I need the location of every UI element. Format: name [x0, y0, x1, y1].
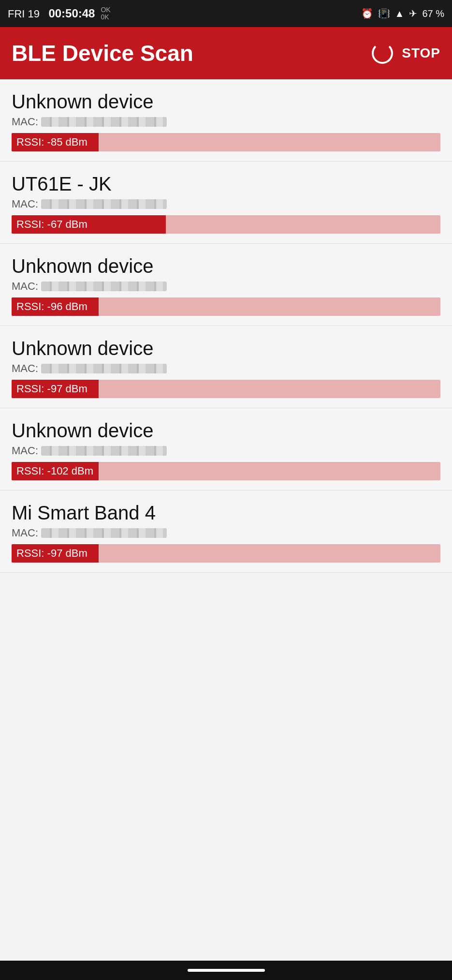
airplane-icon: ✈: [409, 8, 417, 19]
app-bar: BLE Device Scan STOP: [0, 27, 452, 79]
rssi-label-1: RSSI: -85 dBm: [16, 136, 87, 148]
vibrate-icon: 📳: [378, 8, 390, 19]
mac-value-1: [41, 117, 167, 127]
mac-value-3: [41, 282, 167, 291]
status-time: 00:50:48: [48, 7, 95, 20]
rssi-bar-fill-3: RSSI: -96 dBm: [12, 297, 99, 316]
rssi-bar-container-3: RSSI: -96 dBm: [12, 297, 440, 316]
device-name-6: Mi Smart Band 4: [12, 502, 440, 524]
device-item-4[interactable]: Unknown device MAC: RSSI: -97 dBm: [0, 326, 452, 408]
mac-label-3: MAC:: [12, 280, 38, 293]
rssi-bar-fill-2: RSSI: -67 dBm: [12, 215, 166, 234]
bottom-bar: [0, 961, 452, 980]
rssi-bar-container-4: RSSI: -97 dBm: [12, 380, 440, 398]
device-name-3: Unknown device: [12, 255, 440, 277]
rssi-label-5: RSSI: -102 dBm: [16, 465, 93, 477]
device-mac-4: MAC:: [12, 362, 440, 375]
rssi-label-2: RSSI: -67 dBm: [16, 218, 87, 231]
home-indicator: [188, 969, 265, 972]
rssi-bar-container-2: RSSI: -67 dBm: [12, 215, 440, 234]
rssi-bar-container-1: RSSI: -85 dBm: [12, 133, 440, 151]
rssi-bar-container-6: RSSI: -97 dBm: [12, 544, 440, 563]
mac-value-2: [41, 199, 167, 209]
device-mac-1: MAC:: [12, 116, 440, 128]
mac-label-2: MAC:: [12, 198, 38, 210]
rssi-bar-container-5: RSSI: -102 dBm: [12, 462, 440, 480]
device-mac-6: MAC:: [12, 527, 440, 539]
rssi-bar-fill-1: RSSI: -85 dBm: [12, 133, 99, 151]
device-item-6[interactable]: Mi Smart Band 4 MAC: RSSI: -97 dBm: [0, 490, 452, 573]
status-left: FRI 19 00:50:48 OK0K: [8, 6, 111, 21]
app-title: BLE Device Scan: [12, 40, 193, 66]
rssi-bar-fill-4: RSSI: -97 dBm: [12, 380, 99, 398]
device-name-2: UT61E - JK: [12, 173, 440, 195]
rssi-bar-fill-6: RSSI: -97 dBm: [12, 544, 99, 563]
device-item-3[interactable]: Unknown device MAC: RSSI: -96 dBm: [0, 244, 452, 326]
stop-button[interactable]: STOP: [402, 45, 440, 61]
device-name-4: Unknown device: [12, 338, 440, 359]
status-right: ⏰ 📳 ▲ ✈ 67 %: [361, 8, 444, 19]
device-mac-2: MAC:: [12, 198, 440, 210]
mac-label-5: MAC:: [12, 445, 38, 457]
status-day: FRI 19: [8, 8, 40, 20]
device-name-5: Unknown device: [12, 420, 440, 442]
mac-label-1: MAC:: [12, 116, 38, 128]
device-item-2[interactable]: UT61E - JK MAC: RSSI: -67 dBm: [0, 162, 452, 244]
device-item-5[interactable]: Unknown device MAC: RSSI: -102 dBm: [0, 408, 452, 490]
status-day-time: FRI 19 00:50:48: [8, 7, 95, 20]
rssi-label-3: RSSI: -96 dBm: [16, 300, 87, 313]
loading-spinner-icon: [372, 43, 393, 64]
mac-value-5: [41, 446, 167, 456]
mac-label-6: MAC:: [12, 527, 38, 539]
mac-value-4: [41, 364, 167, 373]
mac-value-6: [41, 528, 167, 538]
mac-label-4: MAC:: [12, 362, 38, 375]
rssi-label-4: RSSI: -97 dBm: [16, 383, 87, 395]
device-mac-5: MAC:: [12, 445, 440, 457]
device-item-1[interactable]: Unknown device MAC: RSSI: -85 dBm: [0, 79, 452, 162]
wifi-icon: ▲: [395, 8, 405, 19]
device-name-1: Unknown device: [12, 91, 440, 113]
rssi-bar-fill-5: RSSI: -102 dBm: [12, 462, 99, 480]
status-ok: OK0K: [101, 6, 110, 21]
device-list: Unknown device MAC: RSSI: -85 dBm UT61E …: [0, 79, 452, 573]
device-mac-3: MAC:: [12, 280, 440, 293]
rssi-label-6: RSSI: -97 dBm: [16, 547, 87, 560]
status-bar: FRI 19 00:50:48 OK0K ⏰ 📳 ▲ ✈ 67 %: [0, 0, 452, 27]
alarm-icon: ⏰: [361, 8, 373, 19]
battery-text: 67 %: [422, 8, 444, 19]
app-bar-actions: STOP: [372, 43, 440, 64]
